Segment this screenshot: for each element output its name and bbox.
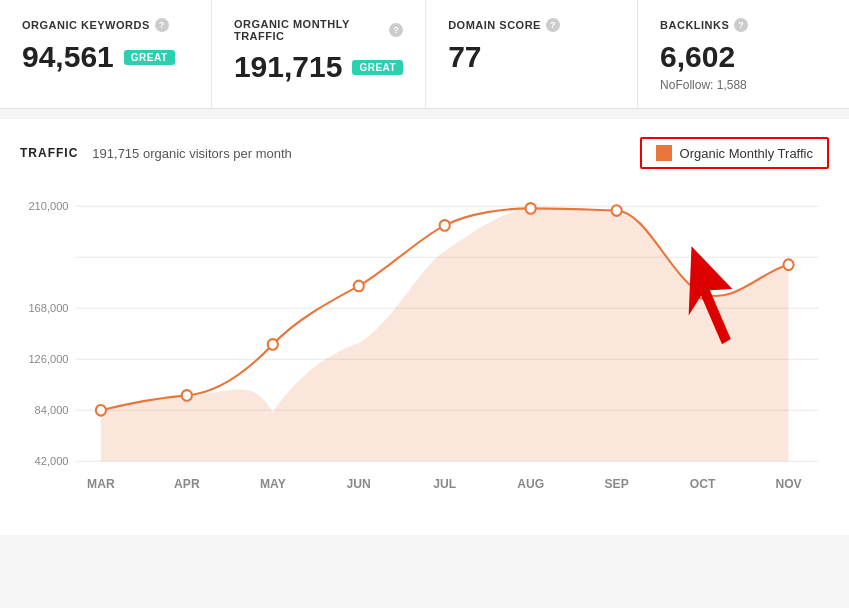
- great-badge: GREAT: [352, 60, 403, 75]
- metric-label: Backlinks: [660, 19, 729, 31]
- info-icon-keywords[interactable]: ?: [155, 18, 169, 32]
- metric-value-organic-traffic: 191,715 GREAT: [234, 50, 403, 84]
- data-point-apr: [182, 390, 192, 401]
- svg-text:MAY: MAY: [260, 477, 287, 491]
- svg-text:APR: APR: [174, 477, 200, 491]
- backlinks-nofollow: NoFollow: 1,588: [660, 78, 827, 92]
- svg-text:126,000: 126,000: [28, 353, 68, 365]
- data-point-nov: [783, 259, 793, 270]
- metric-title-domain-score: Domain Score ?: [448, 18, 615, 32]
- svg-text:OCT: OCT: [690, 477, 716, 491]
- svg-text:AUG: AUG: [517, 477, 544, 491]
- metric-card-organic-traffic: Organic Monthly Traffic ? 191,715 GREAT: [212, 0, 426, 108]
- metric-label: Organic Keywords: [22, 19, 150, 31]
- metric-card-domain-score: Domain Score ? 77: [426, 0, 638, 108]
- metric-value-backlinks: 6,602: [660, 40, 827, 74]
- svg-text:SEP: SEP: [605, 477, 629, 491]
- metrics-row: Organic Keywords ? 94,561 GREAT Organic …: [0, 0, 849, 109]
- data-point-jun: [354, 281, 364, 292]
- metric-value-organic-keywords: 94,561 GREAT: [22, 40, 189, 74]
- metric-value-domain-score: 77: [448, 40, 615, 74]
- metric-card-organic-keywords: Organic Keywords ? 94,561 GREAT: [0, 0, 212, 108]
- traffic-chart-svg: 210,000 168,000 126,000 84,000 42,000 MA…: [20, 185, 829, 525]
- metric-title-organic-traffic: Organic Monthly Traffic ?: [234, 18, 403, 42]
- chart-title-area: TRAFFIC 191,715 organic visitors per mon…: [20, 146, 292, 161]
- metric-title-backlinks: Backlinks ?: [660, 18, 827, 32]
- info-icon-domain[interactable]: ?: [546, 18, 560, 32]
- chart-header: TRAFFIC 191,715 organic visitors per mon…: [20, 137, 829, 169]
- svg-text:JUL: JUL: [433, 477, 456, 491]
- svg-text:MAR: MAR: [87, 477, 115, 491]
- legend-box: Organic Monthly Traffic: [640, 137, 829, 169]
- legend-color-swatch: [656, 145, 672, 161]
- metric-number: 94,561: [22, 40, 114, 74]
- svg-text:84,000: 84,000: [35, 404, 69, 416]
- metric-number: 191,715: [234, 50, 342, 84]
- info-icon-backlinks[interactable]: ?: [734, 18, 748, 32]
- svg-text:JUN: JUN: [347, 477, 371, 491]
- info-icon-traffic[interactable]: ?: [389, 23, 403, 37]
- metric-label: Organic Monthly Traffic: [234, 18, 384, 42]
- data-point-sep: [612, 205, 622, 216]
- data-point-jul: [440, 220, 450, 231]
- chart-area: 210,000 168,000 126,000 84,000 42,000 MA…: [20, 185, 829, 525]
- data-point-mar: [96, 405, 106, 416]
- metric-number: 77: [448, 40, 481, 74]
- metric-title-organic-keywords: Organic Keywords ?: [22, 18, 189, 32]
- legend-label: Organic Monthly Traffic: [680, 146, 813, 161]
- svg-text:NOV: NOV: [775, 477, 802, 491]
- metric-label: Domain Score: [448, 19, 541, 31]
- svg-text:210,000: 210,000: [28, 200, 68, 212]
- metric-card-backlinks: Backlinks ? 6,602 NoFollow: 1,588: [638, 0, 849, 108]
- data-point-may: [268, 339, 278, 350]
- chart-subtitle: 191,715 organic visitors per month: [92, 146, 291, 161]
- data-point-aug: [526, 203, 536, 214]
- svg-text:42,000: 42,000: [35, 455, 69, 467]
- metric-number: 6,602: [660, 40, 735, 74]
- svg-text:168,000: 168,000: [28, 302, 68, 314]
- chart-section-label: TRAFFIC: [20, 146, 78, 160]
- chart-container: TRAFFIC 191,715 organic visitors per mon…: [0, 119, 849, 535]
- great-badge: GREAT: [124, 50, 175, 65]
